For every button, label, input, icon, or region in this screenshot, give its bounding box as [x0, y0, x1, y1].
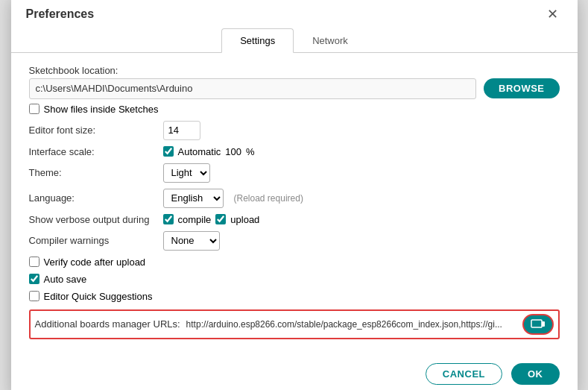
tabs-bar: Settings Network: [11, 28, 578, 53]
scale-percent: %: [246, 146, 255, 157]
urls-value: http://arduino.esp8266.com/stable/packag…: [186, 319, 516, 330]
scale-value: 100: [225, 146, 241, 157]
quick-suggestions-row: Editor Quick Suggestions: [29, 291, 560, 302]
verify-code-row: Verify code after upload: [29, 257, 560, 268]
close-button[interactable]: ✕: [543, 6, 563, 22]
dialog-title: Preferences: [26, 7, 95, 21]
compiler-warnings-select[interactable]: None Default More All: [163, 231, 220, 251]
sketchbook-path-row: BROWSE: [29, 78, 560, 99]
compile-label: compile: [178, 214, 212, 225]
sketchbook-location-label: Sketchbook location:: [29, 65, 560, 76]
verify-code-label: Verify code after upload: [44, 257, 146, 268]
interface-scale-row: Interface scale: Automatic 100 %: [29, 146, 560, 157]
ok-button[interactable]: OK: [511, 363, 560, 385]
editor-font-size-row: Editor font size:: [29, 121, 560, 140]
editor-font-size-label: Editor font size:: [29, 125, 163, 136]
urls-section: Additional boards manager URLs: http://a…: [29, 309, 560, 339]
dialog-footer: CANCEL OK: [11, 351, 578, 391]
show-files-row: Show files inside Sketches: [29, 104, 560, 115]
auto-scale-checkbox[interactable]: [163, 146, 174, 157]
quick-suggestions-checkbox[interactable]: [29, 291, 39, 301]
language-select[interactable]: English Spanish: [163, 189, 224, 208]
auto-save-checkbox[interactable]: [29, 274, 39, 284]
svg-rect-1: [542, 321, 545, 327]
tab-network[interactable]: Network: [294, 28, 367, 53]
edit-icon: [531, 318, 546, 330]
verbose-compile-checkbox[interactable]: [163, 214, 174, 224]
urls-edit-button[interactable]: [522, 314, 554, 335]
theme-row: Theme: Light Dark: [29, 163, 560, 183]
browse-button[interactable]: BROWSE: [484, 78, 560, 98]
settings-content: Sketchbook location: BROWSE Show files i…: [11, 53, 578, 351]
tab-settings[interactable]: Settings: [221, 28, 294, 53]
auto-save-label: Auto save: [44, 274, 87, 285]
upload-label: upload: [230, 214, 259, 225]
sketchbook-section: Sketchbook location: BROWSE: [29, 65, 560, 99]
verbose-upload-checkbox[interactable]: [215, 214, 226, 224]
theme-select[interactable]: Light Dark: [163, 163, 210, 183]
sketchbook-path-input[interactable]: [29, 78, 477, 99]
language-label: Language:: [29, 192, 163, 204]
show-files-checkbox[interactable]: [29, 104, 39, 114]
auto-save-row: Auto save: [29, 274, 560, 285]
preferences-dialog: Preferences ✕ Settings Network Sketchboo…: [11, 0, 578, 390]
urls-label: Additional boards manager URLs:: [35, 318, 180, 330]
auto-scale-label: Automatic: [178, 146, 221, 157]
reload-note: (Reload required): [234, 193, 303, 204]
verbose-label: Show verbose output during: [29, 214, 163, 225]
quick-suggestions-label: Editor Quick Suggestions: [44, 291, 153, 302]
cancel-button[interactable]: CANCEL: [426, 363, 502, 385]
dialog-header: Preferences ✕: [11, 0, 578, 22]
theme-label: Theme:: [29, 167, 163, 178]
verbose-row: Show verbose output during compile uploa…: [29, 214, 560, 225]
compiler-warnings-label: Compiler warnings: [29, 235, 163, 246]
interface-scale-label: Interface scale:: [29, 146, 163, 157]
language-row: Language: English Spanish (Reload requir…: [29, 189, 560, 208]
show-files-label: Show files inside Sketches: [44, 104, 159, 115]
verify-code-checkbox[interactable]: [29, 257, 39, 267]
editor-font-size-input[interactable]: [163, 121, 200, 140]
compiler-warnings-row: Compiler warnings None Default More All: [29, 231, 560, 251]
